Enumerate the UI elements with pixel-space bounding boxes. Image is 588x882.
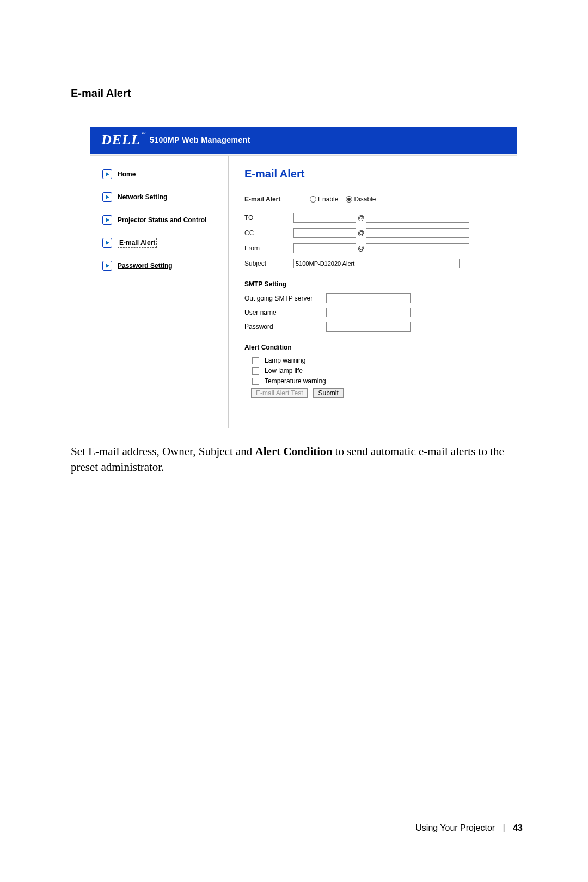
at-symbol: @ (358, 214, 364, 222)
enable-radio[interactable] (310, 196, 316, 203)
smtp-heading: SMTP Setting (244, 280, 501, 288)
to-local-input[interactable] (293, 213, 356, 223)
footer-text: Using Your Projector (415, 823, 495, 832)
svg-marker-0 (106, 172, 109, 176)
sidebar-item-label: Password Setting (118, 262, 173, 270)
main-title: E-mail Alert (244, 168, 501, 180)
smtp-server-label: Out going SMTP server (244, 295, 326, 302)
disable-radio[interactable] (346, 196, 352, 203)
email-alert-label: E-mail Alert (244, 195, 293, 203)
test-button[interactable]: E-mail Alert Test (251, 388, 308, 398)
temperature-checkbox[interactable] (252, 378, 259, 385)
from-domain-input[interactable] (366, 243, 469, 253)
arrow-right-icon (102, 238, 112, 248)
to-label: TO (244, 214, 293, 222)
page-footer: Using Your Projector | 43 (415, 823, 523, 833)
cc-domain-input[interactable] (366, 228, 469, 238)
subject-label: Subject (244, 260, 293, 267)
page-number: 43 (513, 823, 523, 832)
arrow-right-icon (102, 169, 112, 179)
sidebar-item-label: E-mail Alert (118, 238, 157, 248)
sidebar-item-label: Home (118, 170, 136, 178)
at-symbol: @ (358, 229, 364, 237)
lamp-warning-checkbox[interactable] (252, 357, 259, 364)
cc-label: CC (244, 229, 293, 237)
caption-text: Set E-mail address, Owner, Subject and A… (71, 444, 523, 476)
enable-label: Enable (318, 195, 338, 203)
sidebar-item-password[interactable]: Password Setting (102, 261, 223, 271)
low-lamp-checkbox[interactable] (252, 367, 259, 375)
password-label: Password (244, 323, 326, 330)
sidebar-item-home[interactable]: Home (102, 169, 223, 179)
at-symbol: @ (358, 244, 364, 252)
user-name-input[interactable] (326, 308, 411, 317)
cond-label: Temperature warning (265, 377, 326, 385)
password-input[interactable] (326, 322, 411, 332)
sidebar-item-label: Projector Status and Control (118, 216, 206, 224)
sidebar-item-projector[interactable]: Projector Status and Control (102, 215, 223, 225)
sidebar-item-network[interactable]: Network Setting (102, 192, 223, 202)
sidebar-item-email-alert[interactable]: E-mail Alert (102, 238, 223, 248)
banner: DELL™ 5100MP Web Management (90, 127, 517, 154)
subject-input[interactable] (293, 259, 460, 268)
screenshot-panel: DELL™ 5100MP Web Management Home Network… (90, 127, 517, 428)
to-domain-input[interactable] (366, 213, 469, 223)
sidebar-item-label: Network Setting (118, 193, 167, 201)
cond-label: Lamp warning (265, 357, 305, 364)
arrow-right-icon (102, 261, 112, 271)
svg-marker-1 (106, 195, 109, 199)
from-local-input[interactable] (293, 243, 356, 253)
svg-marker-4 (106, 264, 109, 268)
section-title: E-mail Alert (71, 87, 523, 100)
arrow-right-icon (102, 215, 112, 225)
main-panel: E-mail Alert E-mail Alert Enable Disable… (229, 156, 517, 428)
arrow-right-icon (102, 192, 112, 202)
cc-local-input[interactable] (293, 228, 356, 238)
from-label: From (244, 244, 293, 252)
cond-label: Low lamp life (265, 367, 303, 375)
banner-subtitle: 5100MP Web Management (150, 136, 250, 144)
svg-marker-3 (106, 241, 109, 245)
disable-label: Disable (354, 195, 376, 203)
svg-marker-2 (106, 218, 109, 222)
submit-button[interactable]: Submit (313, 388, 343, 398)
sidebar: Home Network Setting Projector Status an… (90, 156, 229, 428)
smtp-server-input[interactable] (326, 293, 411, 303)
dell-logo: DELL™ (101, 132, 146, 148)
user-name-label: User name (244, 309, 326, 316)
alert-heading: Alert Condition (244, 344, 501, 351)
